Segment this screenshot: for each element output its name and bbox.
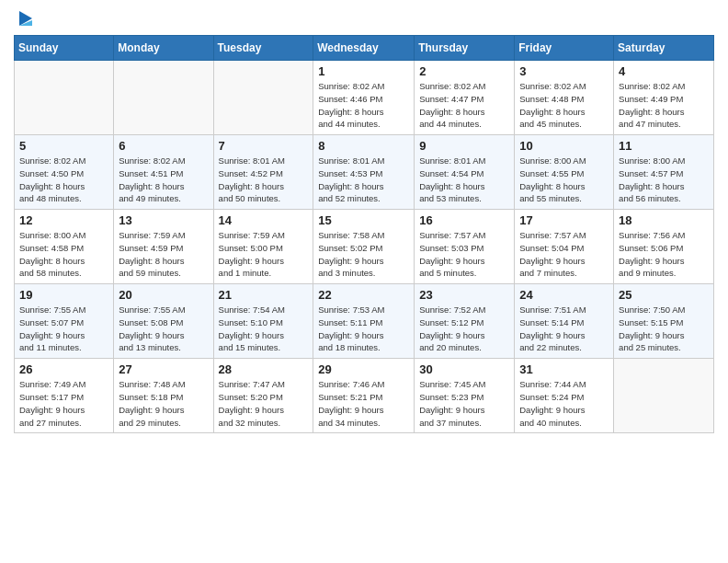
day-info: Sunrise: 7:46 AM Sunset: 5:21 PM Dayligh… xyxy=(318,378,409,429)
day-number: 28 xyxy=(219,362,309,376)
calendar-day-cell: 18Sunrise: 7:56 AM Sunset: 5:06 PM Dayli… xyxy=(614,210,714,284)
day-number: 10 xyxy=(519,139,609,153)
day-info: Sunrise: 7:55 AM Sunset: 5:07 PM Dayligh… xyxy=(19,304,108,354)
day-number: 5 xyxy=(19,139,108,153)
logo xyxy=(14,9,36,28)
weekday-header: Saturday xyxy=(614,36,714,61)
day-info: Sunrise: 7:50 AM Sunset: 5:15 PM Dayligh… xyxy=(619,304,709,354)
calendar-day-cell: 23Sunrise: 7:52 AM Sunset: 5:12 PM Dayli… xyxy=(415,284,515,359)
day-info: Sunrise: 7:44 AM Sunset: 5:24 PM Dayligh… xyxy=(519,378,609,429)
day-number: 11 xyxy=(619,139,709,153)
calendar-day-cell: 3Sunrise: 8:02 AM Sunset: 4:48 PM Daylig… xyxy=(515,61,614,135)
calendar-day-cell: 19Sunrise: 7:55 AM Sunset: 5:07 PM Dayli… xyxy=(15,284,114,359)
calendar-week-row: 26Sunrise: 7:49 AM Sunset: 5:17 PM Dayli… xyxy=(15,359,714,433)
day-number: 3 xyxy=(519,64,609,78)
day-info: Sunrise: 7:48 AM Sunset: 5:18 PM Dayligh… xyxy=(119,378,208,429)
day-info: Sunrise: 7:51 AM Sunset: 5:14 PM Dayligh… xyxy=(519,304,609,354)
day-number: 9 xyxy=(419,139,509,153)
page: SundayMondayTuesdayWednesdayThursdayFrid… xyxy=(0,0,728,563)
calendar-day-cell: 20Sunrise: 7:55 AM Sunset: 5:08 PM Dayli… xyxy=(114,284,213,359)
day-info: Sunrise: 8:01 AM Sunset: 4:53 PM Dayligh… xyxy=(318,155,409,205)
day-number: 30 xyxy=(419,362,509,376)
calendar-day-cell: 15Sunrise: 7:58 AM Sunset: 5:02 PM Dayli… xyxy=(313,210,415,284)
day-number: 15 xyxy=(318,213,409,227)
day-number: 18 xyxy=(619,213,709,227)
calendar-day-cell: 28Sunrise: 7:47 AM Sunset: 5:20 PM Dayli… xyxy=(213,359,313,433)
calendar-day-cell: 11Sunrise: 8:00 AM Sunset: 4:57 PM Dayli… xyxy=(614,135,714,210)
calendar-day-cell: 21Sunrise: 7:54 AM Sunset: 5:10 PM Dayli… xyxy=(213,284,313,359)
calendar-day-cell: 17Sunrise: 7:57 AM Sunset: 5:04 PM Dayli… xyxy=(515,210,614,284)
calendar-day-cell: 25Sunrise: 7:50 AM Sunset: 5:15 PM Dayli… xyxy=(614,284,714,359)
calendar-week-row: 12Sunrise: 8:00 AM Sunset: 4:58 PM Dayli… xyxy=(15,210,714,284)
calendar-day-cell: 27Sunrise: 7:48 AM Sunset: 5:18 PM Dayli… xyxy=(114,359,213,433)
weekday-header: Wednesday xyxy=(313,36,415,61)
calendar-week-row: 5Sunrise: 8:02 AM Sunset: 4:50 PM Daylig… xyxy=(15,135,714,210)
day-number: 17 xyxy=(519,213,609,227)
day-number: 26 xyxy=(19,362,108,376)
calendar-day-cell: 31Sunrise: 7:44 AM Sunset: 5:24 PM Dayli… xyxy=(515,359,614,433)
day-info: Sunrise: 8:01 AM Sunset: 4:52 PM Dayligh… xyxy=(219,155,309,205)
day-info: Sunrise: 8:02 AM Sunset: 4:46 PM Dayligh… xyxy=(318,80,409,131)
calendar-day-cell: 9Sunrise: 8:01 AM Sunset: 4:54 PM Daylig… xyxy=(415,135,515,210)
day-number: 22 xyxy=(318,288,409,302)
weekday-header: Monday xyxy=(114,36,213,61)
day-info: Sunrise: 8:00 AM Sunset: 4:57 PM Dayligh… xyxy=(619,155,709,205)
calendar-day-cell: 26Sunrise: 7:49 AM Sunset: 5:17 PM Dayli… xyxy=(15,359,114,433)
day-number: 14 xyxy=(219,213,309,227)
day-number: 8 xyxy=(318,139,409,153)
day-info: Sunrise: 7:55 AM Sunset: 5:08 PM Dayligh… xyxy=(119,304,208,354)
day-info: Sunrise: 8:00 AM Sunset: 4:58 PM Dayligh… xyxy=(19,229,108,280)
calendar-week-row: 19Sunrise: 7:55 AM Sunset: 5:07 PM Dayli… xyxy=(15,284,714,359)
calendar-day-cell: 10Sunrise: 8:00 AM Sunset: 4:55 PM Dayli… xyxy=(515,135,614,210)
day-info: Sunrise: 7:57 AM Sunset: 5:04 PM Dayligh… xyxy=(519,229,609,280)
day-number: 7 xyxy=(219,139,309,153)
day-number: 4 xyxy=(619,64,709,78)
day-info: Sunrise: 8:02 AM Sunset: 4:50 PM Dayligh… xyxy=(19,155,108,205)
weekday-header: Tuesday xyxy=(213,36,313,61)
day-info: Sunrise: 7:52 AM Sunset: 5:12 PM Dayligh… xyxy=(419,304,509,354)
day-info: Sunrise: 8:02 AM Sunset: 4:51 PM Dayligh… xyxy=(119,155,208,205)
calendar-day-cell xyxy=(213,61,313,135)
calendar-day-cell: 7Sunrise: 8:01 AM Sunset: 4:52 PM Daylig… xyxy=(213,135,313,210)
day-number: 31 xyxy=(519,362,609,376)
day-info: Sunrise: 8:02 AM Sunset: 4:47 PM Dayligh… xyxy=(419,80,509,131)
day-number: 23 xyxy=(419,288,509,302)
calendar-day-cell: 24Sunrise: 7:51 AM Sunset: 5:14 PM Dayli… xyxy=(515,284,614,359)
calendar-day-cell: 5Sunrise: 8:02 AM Sunset: 4:50 PM Daylig… xyxy=(15,135,114,210)
day-number: 20 xyxy=(119,288,208,302)
weekday-header: Friday xyxy=(515,36,614,61)
calendar-day-cell: 8Sunrise: 8:01 AM Sunset: 4:53 PM Daylig… xyxy=(313,135,415,210)
calendar-day-cell: 16Sunrise: 7:57 AM Sunset: 5:03 PM Dayli… xyxy=(415,210,515,284)
day-number: 25 xyxy=(619,288,709,302)
calendar-day-cell: 22Sunrise: 7:53 AM Sunset: 5:11 PM Dayli… xyxy=(313,284,415,359)
day-number: 29 xyxy=(318,362,409,376)
calendar-header-row: SundayMondayTuesdayWednesdayThursdayFrid… xyxy=(15,36,714,61)
calendar-day-cell: 2Sunrise: 8:02 AM Sunset: 4:47 PM Daylig… xyxy=(415,61,515,135)
calendar-week-row: 1Sunrise: 8:02 AM Sunset: 4:46 PM Daylig… xyxy=(15,61,714,135)
day-info: Sunrise: 7:56 AM Sunset: 5:06 PM Dayligh… xyxy=(619,229,709,280)
day-info: Sunrise: 8:02 AM Sunset: 4:49 PM Dayligh… xyxy=(619,80,709,131)
day-number: 21 xyxy=(219,288,309,302)
day-number: 2 xyxy=(419,64,509,78)
calendar-day-cell xyxy=(614,359,714,433)
calendar-day-cell: 29Sunrise: 7:46 AM Sunset: 5:21 PM Dayli… xyxy=(313,359,415,433)
day-number: 24 xyxy=(519,288,609,302)
calendar-day-cell: 12Sunrise: 8:00 AM Sunset: 4:58 PM Dayli… xyxy=(15,210,114,284)
day-info: Sunrise: 7:53 AM Sunset: 5:11 PM Dayligh… xyxy=(318,304,409,354)
day-info: Sunrise: 7:49 AM Sunset: 5:17 PM Dayligh… xyxy=(19,378,108,429)
day-info: Sunrise: 7:59 AM Sunset: 5:00 PM Dayligh… xyxy=(219,229,309,280)
day-info: Sunrise: 7:59 AM Sunset: 4:59 PM Dayligh… xyxy=(119,229,208,280)
calendar-day-cell: 14Sunrise: 7:59 AM Sunset: 5:00 PM Dayli… xyxy=(213,210,313,284)
weekday-header: Sunday xyxy=(15,36,114,61)
day-number: 12 xyxy=(19,213,108,227)
day-number: 1 xyxy=(318,64,409,78)
day-info: Sunrise: 8:00 AM Sunset: 4:55 PM Dayligh… xyxy=(519,155,609,205)
calendar-day-cell xyxy=(15,61,114,135)
day-info: Sunrise: 8:01 AM Sunset: 4:54 PM Dayligh… xyxy=(419,155,509,205)
calendar-day-cell: 4Sunrise: 8:02 AM Sunset: 4:49 PM Daylig… xyxy=(614,61,714,135)
day-number: 19 xyxy=(19,288,108,302)
header xyxy=(14,9,714,28)
day-number: 16 xyxy=(419,213,509,227)
logo-icon xyxy=(16,9,36,29)
day-info: Sunrise: 8:02 AM Sunset: 4:48 PM Dayligh… xyxy=(519,80,609,131)
